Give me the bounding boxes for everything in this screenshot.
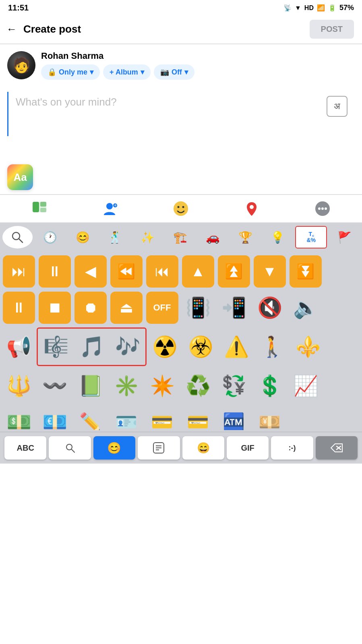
gif-button[interactable]: GIF — [227, 436, 269, 460]
bitmoji-button[interactable]: 😄 — [182, 436, 224, 460]
svg-rect-3 — [40, 208, 46, 212]
sticker-button[interactable] — [138, 436, 180, 460]
emoji-card4[interactable]: 🏧 — [216, 404, 252, 430]
emoji-rewind[interactable]: ⏪ — [108, 253, 144, 290]
emoji-cat-travel[interactable]: 🚗 — [198, 226, 228, 248]
translate-button[interactable]: अ — [327, 96, 348, 117]
emoji-card1[interactable]: 🪪 — [108, 404, 144, 430]
emoji-euro-bill[interactable]: 💶 — [37, 404, 72, 430]
emoji-no-mobile[interactable]: OFF — [144, 290, 180, 326]
cast-icon: 📡 — [283, 4, 292, 12]
emoji-cat-recent[interactable]: 🕐 — [35, 226, 65, 248]
emoji-card2[interactable]: 💳 — [144, 404, 180, 430]
emoji-cat-idea[interactable]: 💡 — [263, 226, 293, 248]
emoji-grid: ⏭ ⏸ ◀ ⏪ ⏮ ▲ ⏫ ▼ ⏬ — [0, 252, 362, 432]
emoji-cat-flags[interactable]: 🚩 — [329, 226, 360, 248]
emoji-speaker-wave[interactable]: 📢 — [1, 329, 37, 365]
emoji-cat-places[interactable]: 🏗️ — [165, 226, 195, 248]
person-icon[interactable]: + — [102, 201, 118, 217]
emoji-warning[interactable]: ⚠️ — [218, 329, 254, 365]
emoji-dollar-bill[interactable]: 💵 — [1, 404, 37, 430]
emoji-skip-back[interactable]: ⏮ — [144, 253, 180, 290]
svg-point-14 — [325, 207, 327, 210]
emoji-row-3: 📢 🎼 🎵 🎶 ☢️ ☣️ ⚠️ 🚶 ⚜️ — [1, 326, 361, 368]
emoji-green-book[interactable]: 📗 — [72, 368, 108, 404]
emoji-cat-face[interactable]: 😊 — [68, 226, 98, 248]
emoji-category-bar: 🕐 😊 🕺 ✨ 🏗️ 🚗 🏆 💡 T꜀&% 🚩 — [0, 223, 362, 252]
emoji-pedestrian[interactable]: 🚶 — [254, 329, 290, 365]
user-info: Rohan Sharma 🔒 Only me ▾ + Album ▾ 📷 Off… — [41, 51, 194, 80]
instagram-label: Off — [172, 68, 182, 77]
emoji-vibrate[interactable]: 📳 — [180, 290, 216, 326]
emoji-musical-score[interactable]: 🎼 — [38, 329, 74, 365]
emoji-trident[interactable]: 🔱 — [1, 368, 37, 404]
emoji-record[interactable]: ⏺ — [72, 290, 108, 326]
emoji-icon[interactable] — [173, 201, 189, 217]
privacy-button[interactable]: 🔒 Only me ▾ — [41, 64, 100, 80]
emoji-pencil[interactable]: ✏️ — [72, 404, 108, 430]
emoji-fast-down[interactable]: ⏬ — [288, 253, 323, 290]
emoji-pause[interactable]: ⏸ — [1, 290, 37, 326]
abc-button[interactable]: ABC — [4, 436, 46, 460]
emoji-eject[interactable]: ⏏ — [108, 290, 144, 326]
status-bar: 11:51 📡 ▼ HD 📶 🔋 57% — [0, 0, 362, 15]
emoji-card5[interactable]: 💴 — [252, 404, 288, 430]
keyboard-toolbar: + — [0, 195, 362, 223]
emoji-search-button[interactable] — [2, 226, 33, 248]
album-button[interactable]: + Album ▾ — [103, 64, 151, 80]
svg-rect-2 — [40, 202, 46, 207]
svg-point-8 — [178, 206, 180, 208]
emoji-cat-people[interactable]: 🕺 — [100, 226, 130, 248]
location-icon[interactable] — [244, 201, 260, 217]
lock-icon: 🔒 — [48, 68, 56, 77]
emoji-speaker-low[interactable]: 🔈 — [288, 290, 323, 326]
kaomoji-button[interactable]: :-) — [271, 436, 313, 460]
emoji-wavy-dash[interactable]: 〰️ — [37, 368, 72, 404]
emoji-fleur-de-lis[interactable]: ⚜️ — [290, 329, 326, 365]
emoji-up-arrow[interactable]: ▲ — [180, 253, 216, 290]
media-icon[interactable] — [31, 201, 48, 217]
font-style-button[interactable]: Aa — [7, 164, 33, 190]
emoji-sparkle[interactable]: ✳️ — [108, 368, 144, 404]
svg-line-16 — [19, 239, 23, 242]
user-name: Rohan Sharma — [41, 51, 194, 61]
emoji-cat-trophy[interactable]: 🏆 — [230, 226, 261, 248]
emoji-play-pause[interactable]: ⏸ — [37, 253, 72, 290]
emoji-row-2: ⏸ ⏹ ⏺ ⏏ OFF 📳 📲 🔇 🔈 — [1, 290, 361, 326]
header: ← Create post POST — [0, 15, 362, 44]
svg-point-9 — [182, 206, 184, 208]
emoji-chart-up[interactable]: 📈 — [288, 368, 323, 404]
emoji-musical-notes[interactable]: 🎶 — [110, 329, 145, 365]
page-title: Create post — [23, 23, 81, 35]
emoji-musical-note[interactable]: 🎵 — [74, 329, 110, 365]
emoji-fast-up[interactable]: ⏫ — [216, 253, 252, 290]
emoji-down-arrow[interactable]: ▼ — [252, 253, 288, 290]
text-input-area[interactable]: What's on your mind? अ — [7, 92, 355, 136]
keyboard-search-button[interactable] — [49, 436, 91, 460]
emoji-keyboard-button[interactable]: 😊 — [93, 436, 135, 460]
emoji-play-back[interactable]: ◀ — [72, 253, 108, 290]
emoji-stop[interactable]: ⏹ — [37, 290, 72, 326]
instagram-button[interactable]: 📷 Off ▾ — [154, 64, 194, 80]
emoji-radioactive[interactable]: ☢️ — [147, 329, 182, 365]
status-time: 11:51 — [8, 3, 29, 12]
emoji-eight-spoked[interactable]: ✴️ — [144, 368, 180, 404]
emoji-skip-forward[interactable]: ⏭ — [1, 253, 37, 290]
hd-label: HD — [304, 4, 314, 12]
signal-icon: 📶 — [317, 4, 325, 12]
status-icons: 📡 ▼ HD 📶 🔋 57% — [283, 4, 354, 12]
delete-button[interactable] — [316, 436, 358, 460]
emoji-mobile-right[interactable]: 📲 — [216, 290, 252, 326]
emoji-cat-symbols[interactable]: T꜀&% — [295, 226, 327, 248]
post-button[interactable]: POST — [310, 20, 354, 39]
emoji-heavy-dollar[interactable]: 💲 — [252, 368, 288, 404]
emoji-biohazard[interactable]: ☣️ — [182, 329, 218, 365]
back-button[interactable]: ← — [6, 23, 17, 35]
more-icon[interactable] — [314, 201, 331, 217]
emoji-cat-celebration[interactable]: ✨ — [132, 226, 163, 248]
emoji-card3[interactable]: 💳 — [180, 404, 216, 430]
emoji-recycle[interactable]: ♻️ — [180, 368, 216, 404]
emoji-currency-exchange[interactable]: 💱 — [216, 368, 252, 404]
user-row: Rohan Sharma 🔒 Only me ▾ + Album ▾ 📷 Off… — [7, 51, 355, 80]
emoji-mute[interactable]: 🔇 — [252, 290, 288, 326]
